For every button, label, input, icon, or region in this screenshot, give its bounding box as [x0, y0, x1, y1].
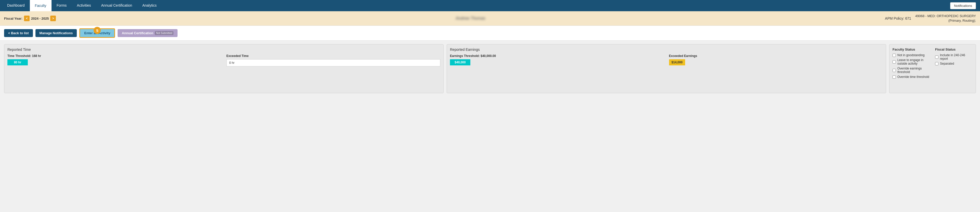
faculty-status-item-3: Override time threshold	[892, 75, 930, 79]
earnings-exceeded-bar: $14,000	[669, 59, 883, 65]
apm-policy: APM Policy: 671	[885, 16, 911, 21]
time-bar-filled: 80 hr	[7, 59, 28, 65]
badge-number: 5	[94, 27, 101, 34]
time-threshold-col: Time Threshold: 168 hr 80 hr	[7, 54, 221, 65]
year-range: 2024 - 2025	[31, 17, 49, 21]
faculty-status-label-2: Override earnings threshold	[897, 67, 930, 74]
faculty-name: Andrew Thomas	[60, 16, 881, 21]
department-info: 49068 - MED: ORTHOPEDIC SURGERY (Primary…	[915, 14, 976, 23]
enter-activity-wrapper: 5 Enter an Activity	[80, 28, 115, 38]
faculty-status-item-2: Override earnings threshold	[892, 67, 930, 74]
nav-faculty[interactable]: Faculty	[30, 0, 51, 11]
not-submitted-badge: Not Submitted	[155, 31, 173, 35]
faculty-status-checkbox-2[interactable]	[892, 69, 896, 72]
faculty-status-item-1: Leave to engage in outside activity	[892, 58, 930, 65]
faculty-status-title: Faculty Status	[892, 48, 930, 51]
reported-earnings-title: Reported Earnings	[450, 48, 883, 52]
department-line2: (Primary, Routing);	[915, 18, 976, 23]
faculty-status-checkbox-0[interactable]	[892, 54, 896, 57]
back-to-list-button[interactable]: < Back to list	[4, 29, 33, 37]
nav-annual-certification[interactable]: Annual Certification	[96, 0, 137, 11]
nav-activities[interactable]: Activities	[72, 0, 96, 11]
time-bar: 80 hr	[7, 59, 221, 65]
time-threshold-row: Time Threshold: 168 hr 80 hr Exceeded Ti…	[7, 54, 440, 66]
time-exceeded-bar: 0 hr	[226, 59, 441, 66]
prev-year-button[interactable]: <	[24, 16, 30, 21]
faculty-status-item-0: Not in goodstanding	[892, 53, 930, 57]
faculty-status-checkbox-3[interactable]	[892, 75, 896, 79]
earnings-threshold-col: Earnings Threshold: $40,000.00 $40,000	[450, 54, 664, 65]
fiscal-status-item-0: Include in 240-246 report	[935, 53, 973, 61]
fiscal-status-checkbox-0[interactable]	[935, 56, 939, 59]
faculty-status-label-1: Leave to engage in outside activity	[897, 58, 930, 65]
earnings-exceeded-col: Exceeded Earnings $14,000	[669, 54, 883, 65]
header-row: Fiscal Year: < 2024 - 2025 > Andrew Thom…	[0, 11, 980, 26]
fiscal-status-checkbox-1[interactable]	[935, 62, 939, 65]
time-exceeded-label: Exceeded Time	[226, 54, 441, 58]
faculty-status-checkbox-1[interactable]	[892, 60, 896, 64]
annual-cert-label: Annual Certification	[122, 31, 153, 35]
manage-notifications-button[interactable]: Manage Notifications	[35, 29, 77, 37]
navbar: Dashboard Faculty Forms Activities Annua…	[0, 0, 980, 11]
fiscal-status-item-1: Separated	[935, 62, 973, 65]
fiscal-year-label: Fiscal Year:	[4, 17, 22, 21]
nav-forms[interactable]: Forms	[51, 0, 72, 11]
faculty-status-label-0: Not in goodstanding	[897, 53, 925, 57]
earnings-bar: $40,000	[450, 59, 664, 65]
fiscal-status-title: Fiscal Status	[935, 48, 973, 51]
main-content: Reported Time Time Threshold: 168 hr 80 …	[0, 41, 980, 97]
earnings-threshold-row: Earnings Threshold: $40,000.00 $40,000 E…	[450, 54, 883, 65]
time-threshold-label: Time Threshold: 168 hr	[7, 54, 221, 58]
time-exceeded-col: Exceeded Time 0 hr	[226, 54, 441, 66]
time-exceeded-value: 0 hr	[226, 59, 441, 66]
faculty-status-label-3: Override time threshold	[897, 75, 929, 79]
nav-dashboard[interactable]: Dashboard	[2, 0, 30, 11]
reported-time-panel: Reported Time Time Threshold: 168 hr 80 …	[4, 44, 444, 93]
earnings-exceeded-label: Exceeded Earnings	[669, 54, 883, 58]
fiscal-status-label-1: Separated	[940, 62, 954, 65]
reported-time-title: Reported Time	[7, 48, 440, 52]
fiscal-status-section: Fiscal Status Include in 240-246 report …	[935, 48, 973, 90]
notifications-button[interactable]: Notifications	[950, 2, 976, 9]
nav-analytics[interactable]: Analytics	[137, 0, 162, 11]
faculty-fiscal-panel: Faculty Status Not in goodstanding Leave…	[889, 44, 976, 93]
reported-earnings-panel: Reported Earnings Earnings Threshold: $4…	[447, 44, 886, 93]
next-year-button[interactable]: >	[50, 16, 56, 21]
earnings-threshold-label: Earnings Threshold: $40,000.00	[450, 54, 664, 58]
earnings-exceeded-value: $14,000	[669, 59, 685, 65]
annual-certification-button[interactable]: Annual Certification Not Submitted	[118, 29, 178, 37]
action-row: < Back to list Manage Notifications 5 En…	[0, 26, 980, 41]
fiscal-year-group: Fiscal Year: < 2024 - 2025 >	[4, 16, 56, 21]
earnings-bar-filled: $40,000	[450, 59, 470, 65]
faculty-status-section: Faculty Status Not in goodstanding Leave…	[892, 48, 930, 90]
fiscal-status-label-0: Include in 240-246 report	[940, 53, 973, 61]
department-line1: 49068 - MED: ORTHOPEDIC SURGERY	[915, 14, 976, 18]
